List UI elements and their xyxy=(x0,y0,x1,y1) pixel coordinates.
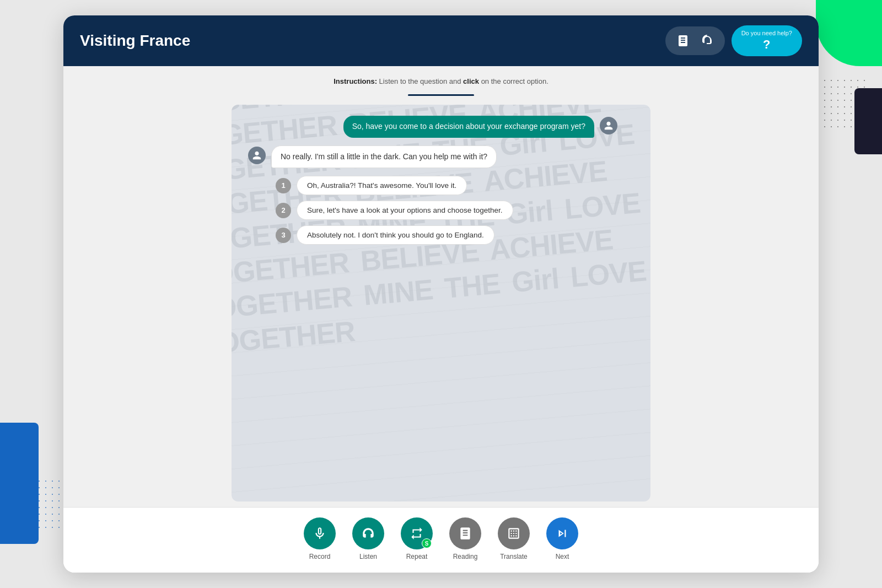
reading-button-item[interactable]: Reading xyxy=(449,517,481,560)
chat-messages: So, have you come to a decision about yo… xyxy=(232,105,650,501)
header: Visiting France Do you need help? xyxy=(63,15,819,66)
instructions-suffix: on the correct option. xyxy=(479,77,548,85)
bg-green-corner xyxy=(816,0,882,66)
next-icon xyxy=(555,526,569,541)
translate-button-item[interactable]: Translate xyxy=(498,517,530,560)
main-card: Visiting France Do you need help? xyxy=(63,15,819,573)
content-area: Instructions: Listen to the question and… xyxy=(63,66,819,507)
translate-button[interactable] xyxy=(498,517,530,549)
translate-icon xyxy=(507,526,521,541)
s-badge: S xyxy=(422,538,432,548)
next-label: Next xyxy=(556,553,569,560)
message-bubble-2: No really. I'm still a little in the dar… xyxy=(271,145,497,169)
help-button-symbol: ? xyxy=(741,37,792,52)
listen-button-item[interactable]: Listen xyxy=(352,517,384,560)
repeat-button[interactable]: S xyxy=(401,517,433,549)
option-row-1: 1 Oh, Australia?! That's awesome. You'll… xyxy=(276,176,617,195)
next-button-item[interactable]: Next xyxy=(546,517,578,560)
mic-icon xyxy=(313,526,327,541)
header-right: Do you need help? ? xyxy=(665,25,802,56)
help-button[interactable]: Do you need help? ? xyxy=(732,25,802,56)
listen-button[interactable] xyxy=(352,517,384,549)
instructions-prefix: Instructions: xyxy=(334,77,377,85)
instructions-click: click xyxy=(463,77,479,85)
headset-icon xyxy=(701,34,714,47)
option-row-3: 3 Absolutely not. I don't think you shou… xyxy=(276,225,617,245)
bg-black-corner xyxy=(854,88,882,154)
option-bubble-2[interactable]: Sure, let's have a look at your options … xyxy=(297,201,513,220)
instructions-text: Listen to the question and xyxy=(377,77,463,85)
message-row-1: So, have you come to a decision about yo… xyxy=(248,116,617,138)
record-button-item[interactable]: Record xyxy=(304,517,336,560)
option-number-1: 1 xyxy=(276,178,291,193)
book-icon xyxy=(676,34,690,47)
reading-button[interactable] xyxy=(449,517,481,549)
record-button[interactable] xyxy=(304,517,336,549)
option-row-2: 2 Sure, let's have a look at your option… xyxy=(276,201,617,220)
bg-blue-side xyxy=(0,423,39,544)
option-bubble-1[interactable]: Oh, Australia?! That's awesome. You'll l… xyxy=(297,176,467,195)
translate-label: Translate xyxy=(500,553,528,560)
page-title: Visiting France xyxy=(80,32,190,50)
message-bubble-1: So, have you come to a decision about yo… xyxy=(343,116,594,138)
instructions: Instructions: Listen to the question and… xyxy=(334,77,548,85)
person-icon-left xyxy=(252,150,262,160)
option-number-2: 2 xyxy=(276,203,291,218)
options-section: 1 Oh, Australia?! That's awesome. You'll… xyxy=(248,176,617,245)
option-bubble-3[interactable]: Absolutely not. I don't think you should… xyxy=(297,225,494,245)
instructions-underline xyxy=(408,94,474,96)
repeat-icon xyxy=(410,526,424,541)
listen-label: Listen xyxy=(359,553,377,560)
avatar-left-1 xyxy=(248,147,266,164)
reading-icon xyxy=(458,526,472,541)
message-row-2: No really. I'm still a little in the dar… xyxy=(248,145,617,169)
repeat-label: Repeat xyxy=(406,553,428,560)
next-button[interactable] xyxy=(546,517,578,549)
avatar-right-1 xyxy=(600,117,617,134)
book-icon-btn[interactable] xyxy=(673,31,693,51)
reading-label: Reading xyxy=(453,553,478,560)
record-label: Record xyxy=(309,553,331,560)
help-button-label: Do you need help? xyxy=(741,30,792,36)
bottom-toolbar: Record Listen S Repeat xyxy=(63,507,819,573)
option-number-3: 3 xyxy=(276,228,291,243)
headset-icon-btn[interactable] xyxy=(697,31,717,51)
person-icon xyxy=(604,121,614,131)
chat-container: TOGETHER MINE THE Girl LOVE TOGETHER BEL… xyxy=(232,105,650,501)
header-icons-group xyxy=(665,26,725,55)
listen-icon xyxy=(361,526,375,541)
repeat-button-item[interactable]: S Repeat xyxy=(401,517,433,560)
